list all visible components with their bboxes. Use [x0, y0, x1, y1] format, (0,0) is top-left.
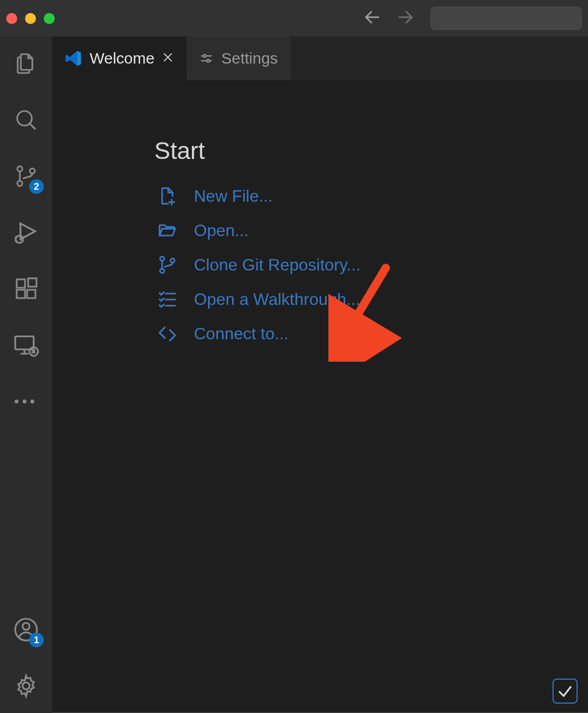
folder-open-icon — [154, 220, 180, 241]
svg-line-12 — [21, 240, 23, 241]
start-new-file-label: New File... — [194, 187, 273, 206]
nav-back-button[interactable] — [363, 8, 382, 29]
activity-run-debug[interactable] — [11, 218, 41, 247]
activity-search[interactable] — [11, 105, 41, 134]
ellipsis-icon: ••• — [14, 394, 38, 410]
activity-remote-explorer[interactable] — [11, 330, 41, 360]
svg-rect-13 — [17, 279, 25, 288]
gear-icon — [13, 673, 39, 699]
extensions-icon — [14, 276, 39, 301]
tab-welcome-label: Welcome — [90, 50, 154, 67]
tab-welcome[interactable]: Welcome — [52, 36, 187, 80]
svg-line-9 — [15, 237, 17, 238]
tabbar: Welcome Settings — [52, 36, 588, 80]
svg-rect-14 — [17, 290, 25, 298]
activity-accounts[interactable]: 1 — [11, 615, 41, 644]
activity-settings[interactable] — [11, 671, 41, 700]
svg-line-3 — [30, 124, 35, 129]
welcome-toggle-checkbox[interactable] — [553, 679, 578, 704]
svg-line-11 — [21, 237, 23, 238]
nav-forward-button[interactable] — [396, 8, 415, 29]
vscode-logo-icon — [65, 50, 82, 67]
nav-arrows — [363, 8, 415, 29]
svg-rect-16 — [28, 278, 36, 287]
close-window-button[interactable] — [6, 13, 17, 24]
remote-icon — [13, 332, 39, 358]
svg-line-10 — [15, 240, 17, 241]
svg-point-29 — [207, 59, 210, 62]
new-file-icon — [154, 186, 180, 206]
welcome-page: Start New File... Open... — [52, 80, 588, 713]
tab-welcome-close[interactable] — [162, 50, 174, 67]
activitybar: 2 ••• 1 — [0, 36, 52, 713]
start-new-file[interactable]: New File... — [154, 186, 588, 206]
git-branch-icon — [154, 254, 180, 275]
start-open-label: Open... — [194, 221, 249, 240]
start-connect[interactable]: Connect to... — [154, 323, 588, 344]
fullscreen-window-button[interactable] — [44, 13, 55, 24]
command-center[interactable] — [431, 7, 582, 30]
start-walkthrough[interactable]: Open a Walkthrough... — [154, 289, 588, 310]
play-bug-icon — [13, 219, 40, 246]
close-icon — [162, 51, 174, 64]
sliders-icon — [199, 51, 214, 66]
files-icon — [14, 51, 39, 76]
svg-point-2 — [17, 111, 32, 126]
activity-source-control[interactable]: 2 — [11, 162, 41, 191]
start-clone-git-label: Clone Git Repository... — [194, 255, 361, 275]
svg-point-22 — [22, 623, 29, 630]
window-controls — [6, 13, 55, 24]
titlebar — [0, 0, 588, 36]
start-connect-label: Connect to... — [194, 324, 288, 343]
checklist-icon — [154, 289, 180, 310]
search-icon — [14, 107, 39, 132]
check-icon — [557, 683, 573, 699]
minimize-window-button[interactable] — [25, 13, 36, 24]
start-clone-git[interactable]: Clone Git Repository... — [154, 254, 588, 275]
start-open[interactable]: Open... — [154, 220, 588, 241]
start-walkthrough-label: Open a Walkthrough... — [194, 290, 360, 309]
svg-rect-15 — [27, 290, 35, 298]
svg-point-27 — [203, 55, 206, 57]
editor-area: Welcome Settings Start New File.. — [52, 36, 588, 713]
accounts-badge: 1 — [29, 633, 44, 647]
tab-settings-label: Settings — [221, 50, 277, 67]
scm-badge: 2 — [29, 179, 44, 194]
remote-connect-icon — [154, 323, 180, 344]
activity-more[interactable]: ••• — [11, 387, 41, 416]
start-list: New File... Open... Clone Git Repository… — [154, 186, 588, 344]
tab-settings[interactable]: Settings — [187, 36, 290, 80]
svg-point-4 — [17, 166, 22, 171]
section-title-start: Start — [154, 137, 588, 165]
svg-point-6 — [30, 168, 35, 174]
svg-point-5 — [17, 181, 22, 186]
activity-explorer[interactable] — [11, 49, 41, 78]
svg-point-23 — [22, 682, 29, 689]
activity-extensions[interactable] — [11, 274, 41, 303]
